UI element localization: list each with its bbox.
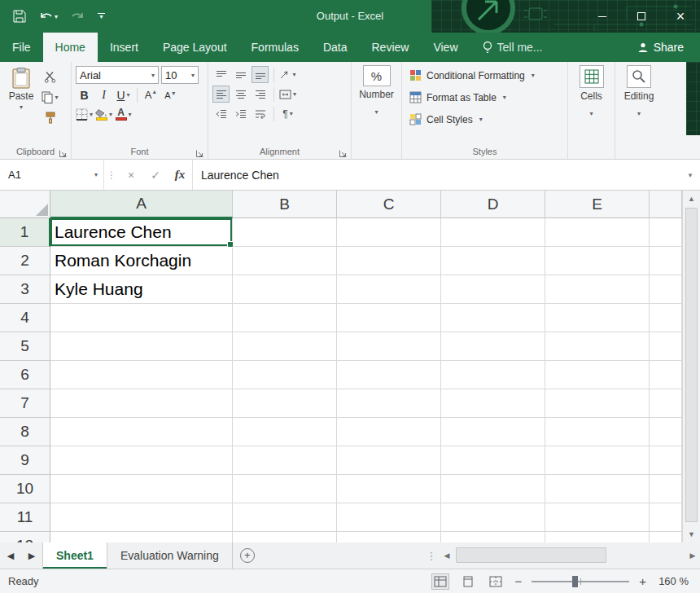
underline-button[interactable]: U▾ [115, 86, 132, 103]
italic-button[interactable]: I [95, 86, 112, 103]
scroll-left-button[interactable]: ◀ [440, 551, 454, 560]
cell[interactable] [233, 247, 337, 275]
clipboard-dialog-launcher[interactable] [59, 147, 68, 156]
cell[interactable] [50, 532, 233, 542]
column-header-B[interactable]: B [233, 191, 337, 218]
tell-me-box[interactable]: Tell me... [470, 33, 555, 62]
paste-button[interactable]: Paste ▾ [4, 66, 38, 144]
insert-function-button[interactable]: fx [168, 160, 192, 190]
sheet-tab-sheet1[interactable]: Sheet1 [42, 542, 107, 569]
tab-data[interactable]: Data [311, 33, 360, 62]
bold-button[interactable]: B [76, 86, 93, 103]
cell[interactable] [650, 389, 682, 418]
row-header[interactable]: 9 [0, 446, 50, 475]
cell[interactable] [545, 475, 650, 503]
redo-button[interactable] [71, 11, 85, 22]
cells-group-expand-button[interactable]: ▾ [589, 104, 593, 119]
alignment-dialog-launcher[interactable] [339, 147, 348, 156]
cell[interactable] [650, 503, 682, 532]
cell[interactable] [50, 418, 233, 446]
number-group-expand-button[interactable]: ▾ [374, 103, 378, 117]
cell[interactable] [650, 532, 682, 542]
cell[interactable] [545, 218, 650, 247]
cell[interactable] [545, 446, 650, 475]
format-as-table-button[interactable]: Format as Table ▾ [406, 87, 563, 108]
tab-insert[interactable]: Insert [98, 33, 151, 62]
scroll-up-button[interactable]: ▲ [683, 191, 700, 207]
zoom-level[interactable]: 160 % [656, 575, 689, 587]
cell[interactable] [545, 332, 650, 361]
percent-style-button[interactable]: % [363, 65, 391, 86]
cell[interactable] [233, 418, 337, 446]
cell[interactable] [545, 503, 650, 532]
increase-font-size-button[interactable]: A▲ [142, 86, 160, 103]
cell[interactable] [650, 332, 682, 361]
view-normal-button[interactable] [431, 573, 449, 590]
cell-A3[interactable]: Kyle Huang [50, 275, 233, 304]
cell[interactable] [233, 475, 337, 503]
tab-file[interactable]: File [0, 33, 43, 62]
cell[interactable] [650, 475, 682, 503]
horizontal-scrollbar-track[interactable] [454, 542, 685, 569]
zoom-slider-thumb[interactable] [572, 576, 578, 587]
merge-center-button[interactable]: ▾ [279, 86, 296, 103]
cell[interactable] [50, 503, 233, 532]
cell-A1[interactable]: Laurence Chen [50, 218, 233, 247]
minimize-button[interactable]: ─ [583, 0, 622, 33]
row-header[interactable]: 2 [0, 247, 50, 275]
cell[interactable] [233, 332, 337, 361]
align-right-button[interactable] [252, 86, 269, 103]
row-header[interactable]: 1 [0, 218, 50, 247]
cell[interactable] [337, 361, 441, 389]
font-dialog-launcher[interactable] [195, 147, 204, 156]
cancel-button[interactable]: × [119, 160, 143, 190]
zoom-out-button[interactable]: − [514, 574, 522, 588]
cell[interactable] [441, 418, 545, 446]
column-header-A[interactable]: A [50, 191, 233, 218]
column-header-C[interactable]: C [337, 191, 441, 218]
cell[interactable] [650, 275, 682, 304]
cell[interactable] [337, 503, 441, 532]
tab-formulas[interactable]: Formulas [239, 33, 311, 62]
cell[interactable] [50, 446, 233, 475]
decrease-indent-button[interactable] [212, 105, 230, 122]
cell[interactable] [337, 332, 441, 361]
row-header[interactable]: 3 [0, 275, 50, 304]
align-center-button[interactable] [232, 86, 249, 103]
cell[interactable] [441, 218, 545, 247]
cell[interactable] [337, 389, 441, 418]
cell[interactable] [337, 304, 441, 332]
cell[interactable] [545, 275, 650, 304]
zoom-slider[interactable] [532, 581, 629, 582]
formula-bar-expand-button[interactable]: ▾ [680, 160, 700, 190]
row-header[interactable]: 7 [0, 389, 50, 418]
close-button[interactable]: × [661, 0, 700, 33]
cell[interactable] [337, 446, 441, 475]
cell[interactable] [441, 446, 545, 475]
cell[interactable] [233, 532, 337, 542]
cell[interactable] [441, 304, 545, 332]
add-sheet-button[interactable]: + [233, 542, 262, 569]
cell[interactable] [441, 247, 545, 275]
cell[interactable] [441, 475, 545, 503]
cut-button[interactable] [42, 68, 59, 86]
horizontal-scrollbar-thumb[interactable] [456, 547, 606, 563]
orientation-button[interactable]: ▾ [279, 66, 296, 83]
cell[interactable] [337, 218, 441, 247]
text-direction-button[interactable]: ¶▾ [279, 105, 296, 122]
cell[interactable] [233, 218, 337, 247]
copy-button[interactable]: ▾ [42, 89, 59, 106]
sheet-tab-evaluation-warning[interactable]: Evaluation Warning [107, 542, 233, 569]
qat-customize-button[interactable]: ▾ [98, 13, 105, 20]
save-button[interactable] [13, 10, 26, 23]
cell[interactable] [233, 275, 337, 304]
cell[interactable] [50, 361, 233, 389]
fill-color-button[interactable]: ▾ [95, 106, 112, 123]
row-header[interactable]: 5 [0, 332, 50, 361]
undo-button[interactable]: ▾ [39, 11, 58, 22]
tab-home[interactable]: Home [43, 33, 98, 62]
select-all-button[interactable] [0, 191, 50, 218]
share-button[interactable]: Share [626, 37, 695, 58]
font-name-select[interactable]: Arial ▾ [76, 66, 159, 84]
column-header-F-partial[interactable] [650, 191, 682, 218]
